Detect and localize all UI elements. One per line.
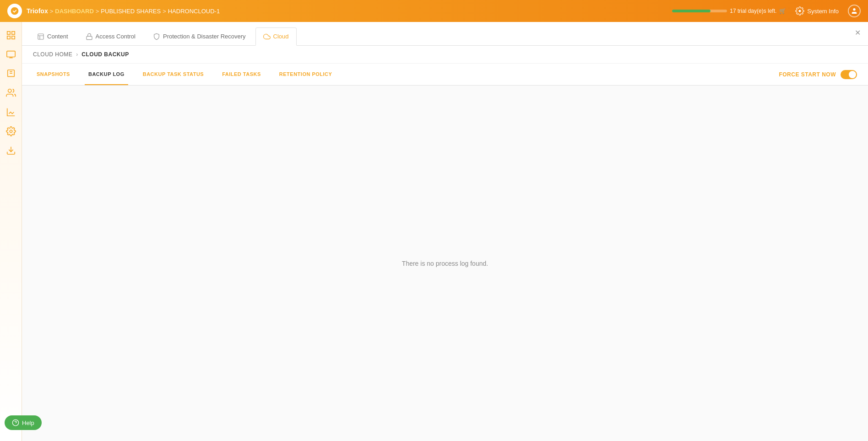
toggle-check-icon: ✓ (852, 72, 856, 77)
sidebar-item-computers[interactable] (2, 46, 20, 63)
svg-rect-11 (87, 36, 92, 39)
breadcrumb-nav: > DASHBOARD > PUBLISHED SHARES > HADRONC… (50, 8, 220, 15)
breadcrumb-cloud-backup: CLOUD BACKUP (81, 51, 129, 58)
breadcrumb-hadroncloud[interactable]: HADRONCLOUD-1 (168, 8, 220, 15)
tab-bar: Content Access Control Protection & Disa… (22, 22, 868, 46)
sidebar-item-settings[interactable] (2, 123, 20, 140)
trial-bar-fill (672, 10, 711, 12)
svg-rect-6 (6, 51, 15, 57)
user-menu-button[interactable] (848, 5, 861, 17)
help-icon (12, 419, 19, 426)
brand-name: Triofox (27, 7, 48, 15)
svg-rect-4 (7, 36, 10, 39)
trial-progress-bar (672, 10, 727, 12)
content-body: There is no process log found. (22, 86, 868, 441)
close-tab-button[interactable]: ✕ (855, 28, 861, 37)
breadcrumb-published-shares[interactable]: PUBLISHED SHARES (101, 8, 161, 15)
help-button[interactable]: Help (5, 415, 42, 430)
tab-protection[interactable]: Protection & Disaster Recovery (145, 27, 254, 45)
cart-icon[interactable]: 🛒 (779, 8, 786, 14)
gear-icon (795, 6, 804, 16)
trial-text: 17 trial day(e)s left. (730, 8, 776, 14)
svg-point-0 (11, 7, 19, 15)
system-info-button[interactable]: System Info (795, 6, 839, 16)
logo[interactable] (7, 4, 22, 18)
force-start-toggle[interactable]: ✓ (841, 70, 857, 79)
inner-tab-retention-policy[interactable]: RETENTION POLICY (276, 64, 336, 85)
svg-rect-10 (38, 34, 43, 39)
help-label: Help (22, 419, 34, 426)
svg-point-7 (8, 89, 11, 92)
inner-tab-backup-log[interactable]: BACKUP LOG (85, 64, 128, 85)
svg-point-1 (853, 8, 855, 11)
inner-tab-backup-task-status[interactable]: BACKUP TASK STATUS (139, 64, 207, 85)
tab-content[interactable]: Content (29, 27, 76, 45)
main-content: Content Access Control Protection & Disa… (22, 22, 868, 441)
sidebar-item-dashboard[interactable] (2, 27, 20, 44)
inner-tab-failed-tasks[interactable]: FAILED TASKS (218, 64, 265, 85)
inner-tab-snapshots[interactable]: SNAPSHOTS (33, 64, 74, 85)
empty-message: There is no process log found. (402, 260, 488, 267)
force-start-section: FORCE START NOW ✓ (779, 70, 857, 79)
sidebar (0, 22, 22, 441)
sidebar-item-downloads[interactable] (2, 142, 20, 159)
breadcrumb-bar: CLOUD HOME › CLOUD BACKUP (22, 46, 868, 64)
sidebar-item-library[interactable] (2, 65, 20, 82)
navbar-right: 17 trial day(e)s left. 🛒 System Info (672, 5, 861, 17)
sidebar-item-reports[interactable] (2, 103, 20, 121)
system-info-label: System Info (807, 8, 839, 15)
svg-rect-3 (11, 32, 14, 34)
navbar: Triofox > DASHBOARD > PUBLISHED SHARES >… (0, 0, 868, 22)
breadcrumb-arrow: › (76, 51, 78, 58)
svg-rect-5 (11, 36, 14, 39)
breadcrumb-dashboard[interactable]: DASHBOARD (55, 8, 94, 15)
tab-access-control[interactable]: Access Control (78, 27, 143, 45)
sidebar-item-users[interactable] (2, 84, 20, 102)
svg-point-8 (10, 130, 12, 133)
inner-tab-bar: SNAPSHOTS BACKUP LOG BACKUP TASK STATUS … (22, 64, 868, 86)
svg-rect-2 (7, 32, 10, 34)
trial-info: 17 trial day(e)s left. 🛒 (672, 8, 786, 14)
force-start-label[interactable]: FORCE START NOW (779, 71, 836, 78)
breadcrumb-cloud-home[interactable]: CLOUD HOME (33, 51, 72, 58)
tab-cloud[interactable]: Cloud (255, 27, 297, 46)
